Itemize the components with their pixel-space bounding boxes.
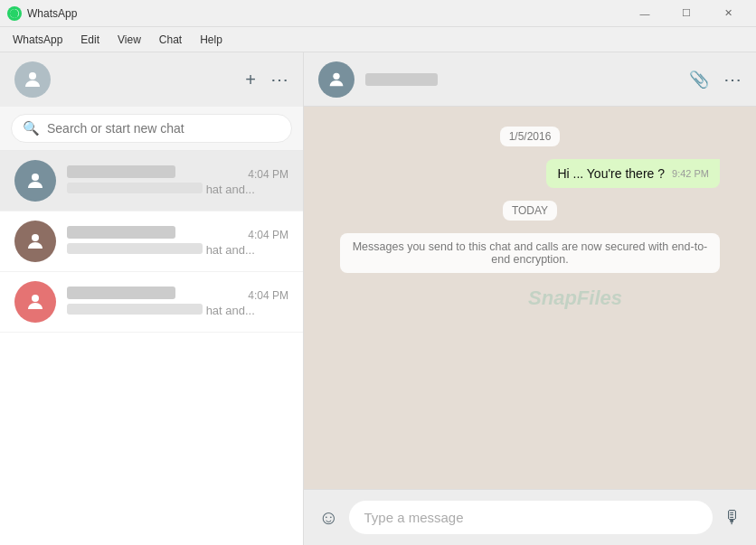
chat-time: 4:04 PM (248, 289, 288, 302)
chat-time: 4:04 PM (248, 229, 288, 241)
chat-preview: hat and... (67, 304, 288, 317)
chat-item[interactable]: 4:04 PM hat and... (0, 211, 303, 272)
menu-dots-button[interactable]: ⋯ (270, 69, 288, 90)
window-controls: — ☐ ✕ (624, 0, 749, 27)
left-header-actions: + ⋯ (245, 69, 288, 90)
message-text: Hi ... You're there ? (557, 166, 665, 181)
window-title: WhatsApp (27, 7, 624, 20)
svg-point-2 (32, 174, 39, 181)
chat-preview-blur (67, 243, 203, 254)
menu-view[interactable]: View (109, 30, 150, 50)
chat-preview-blur (67, 304, 203, 315)
left-header: + ⋯ (0, 52, 303, 107)
chat-preview: hat and... (67, 183, 288, 196)
menu-help[interactable]: Help (191, 30, 232, 50)
avatar (14, 221, 56, 262)
chat-list: 4:04 PM hat and... 4 (0, 151, 303, 545)
chat-top: 4:04 PM (67, 287, 288, 302)
chat-name (67, 165, 175, 178)
message-bubble-sent: Hi ... You're there ? 9:42 PM (546, 159, 720, 188)
avatar (14, 281, 56, 323)
chat-header-avatar (318, 61, 354, 98)
chat-menu-button[interactable]: ⋯ (723, 69, 742, 90)
svg-point-4 (32, 295, 39, 302)
watermark: SnapFiles (528, 287, 622, 310)
chat-time: 4:04 PM (248, 168, 288, 181)
chat-preview: hat and... (67, 243, 288, 257)
chat-header: 📎 ⋯ (304, 52, 756, 107)
message-bubble-info: Messages you send to this chat and calls… (340, 233, 720, 273)
left-panel: + ⋯ 🔍 4:04 PM (0, 52, 304, 545)
maximize-button[interactable]: ☐ (666, 0, 707, 27)
search-icon: 🔍 (23, 120, 40, 136)
info-text: Messages you send to this chat and calls… (353, 240, 708, 266)
chat-info: 4:04 PM hat and... (67, 287, 288, 317)
right-panel: 📎 ⋯ SnapFiles 1/5/2016 Hi ... You're the… (304, 52, 756, 545)
search-bar: 🔍 (0, 107, 303, 151)
svg-point-3 (32, 234, 39, 241)
chat-header-actions: 📎 ⋯ (689, 69, 742, 90)
search-inner: 🔍 (11, 114, 292, 143)
chat-preview-blur (67, 183, 203, 193)
message-input[interactable] (349, 501, 713, 534)
avatar (14, 160, 56, 202)
svg-point-1 (29, 72, 36, 80)
mic-button[interactable]: 🎙 (723, 507, 742, 528)
new-chat-button[interactable]: + (245, 70, 256, 90)
chat-name (67, 287, 175, 299)
app-body: + ⋯ 🔍 4:04 PM (0, 52, 756, 545)
minimize-button[interactable]: — (624, 0, 666, 27)
emoji-button[interactable]: ☺ (318, 506, 338, 530)
chat-item[interactable]: 4:04 PM hat and... (0, 151, 303, 211)
titlebar: WhatsApp — ☐ ✕ (0, 0, 756, 27)
close-button[interactable]: ✕ (707, 0, 749, 27)
menu-chat[interactable]: Chat (150, 30, 191, 50)
profile-avatar[interactable] (14, 61, 51, 98)
input-bar: ☺ 🎙 (304, 489, 756, 545)
chat-info: 4:04 PM hat and... (67, 226, 288, 257)
chat-top: 4:04 PM (67, 226, 288, 241)
date-badge: 1/5/2016 (500, 127, 561, 146)
chat-name (67, 226, 175, 239)
chat-header-name (365, 73, 438, 86)
attach-button[interactable]: 📎 (689, 70, 709, 89)
date-badge-today: TODAY (503, 201, 557, 221)
menu-edit[interactable]: Edit (71, 30, 109, 50)
app-icon (7, 6, 22, 21)
menu-whatsapp[interactable]: WhatsApp (4, 30, 71, 50)
menubar: WhatsApp Edit View Chat Help (0, 27, 756, 52)
messages-area: SnapFiles 1/5/2016 Hi ... You're there ?… (304, 107, 756, 489)
chat-top: 4:04 PM (67, 165, 288, 181)
svg-point-5 (333, 72, 339, 79)
chat-item[interactable]: 4:04 PM hat and... (0, 272, 303, 333)
chat-info: 4:04 PM hat and... (67, 165, 288, 196)
message-time: 9:42 PM (672, 168, 709, 179)
search-input[interactable] (47, 121, 280, 136)
